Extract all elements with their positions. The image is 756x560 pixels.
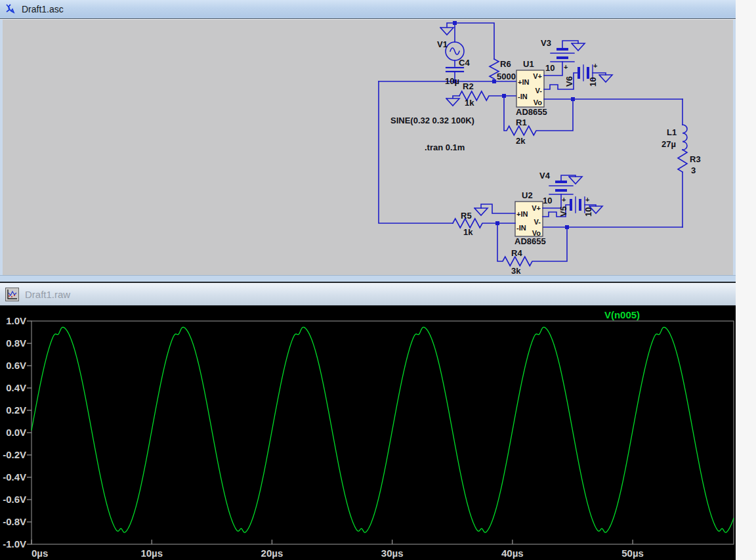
label-v3-name[interactable]: V3 [541, 38, 551, 48]
u2-pin-vminus: V- [534, 218, 541, 226]
label-r1-value[interactable]: 2k [516, 136, 526, 146]
ground-v3-icon [572, 43, 585, 51]
label-r6-name[interactable]: R6 [500, 59, 511, 69]
x-tick-label: 0µs [32, 548, 48, 559]
component-l1[interactable] [682, 99, 687, 150]
x-tick-label: 30µs [381, 548, 404, 559]
label-l1-value[interactable]: 27µ [662, 139, 676, 149]
y-tick-label: 0.6V [6, 360, 26, 371]
label-v1-name[interactable]: V1 [437, 39, 448, 49]
label-r2-value[interactable]: 1k [465, 98, 474, 108]
y-tick-label: -1.0V [3, 538, 26, 549]
x-tick-label: 20µs [261, 548, 284, 559]
u2-pin-vplus: V+ [532, 204, 541, 212]
label-v6-name[interactable]: V6 [564, 76, 574, 87]
x-axis: 0µs10µs20µs30µs40µs50µs [32, 540, 644, 559]
label-r6-value[interactable]: 5000 [497, 72, 516, 81]
label-r2-name[interactable]: R2 [463, 81, 474, 91]
ground-u2plus-icon [474, 208, 488, 215]
schematic-window: Draft1.asc [0, 0, 736, 282]
trace-vn005[interactable] [32, 327, 734, 532]
label-r3-value[interactable]: 3 [691, 165, 696, 175]
y-tick-label: -0.2V [3, 449, 26, 460]
label-r1-name[interactable]: R1 [516, 118, 527, 127]
x-tick-label: 50µs [621, 548, 644, 559]
directive-sine[interactable]: SINE(0.32 0.32 100K) [390, 116, 474, 125]
label-u2-name[interactable]: U2 [522, 190, 533, 200]
ground-v6-icon [599, 75, 612, 82]
ground-v1-icon [440, 23, 455, 35]
label-u2-part[interactable]: AD8655 [514, 236, 546, 246]
label-v5-value[interactable]: 10 [583, 207, 593, 217]
y-tick-label: 0.8V [6, 337, 26, 349]
wire-top-net[interactable] [440, 23, 494, 59]
label-c4-name[interactable]: C4 [459, 58, 470, 68]
schematic-drawing: V1 C4 10µ R2 1k R6 5000 U1 AD8655 V3 10 … [3, 20, 733, 275]
u1-pin-inminus: -IN [518, 93, 528, 100]
y-tick-label: 0.2V [6, 404, 26, 416]
ground-v4-icon [569, 177, 582, 184]
label-r5-value[interactable]: 1k [463, 227, 473, 237]
y-tick-label: 0.4V [6, 382, 26, 393]
label-v4-plus: + [562, 196, 566, 204]
u1-pin-inplus: +IN [518, 78, 529, 86]
x-tick-label: 40µs [501, 548, 524, 559]
label-v5-plus: + [585, 196, 589, 204]
component-r3[interactable] [678, 150, 687, 227]
label-v4-name[interactable]: V4 [539, 171, 551, 181]
waveform-plot-area[interactable]: V(n005) 1.0V0.8V0.6V0.4V0.2V0.0V-0.2V-0.… [0, 307, 736, 560]
u1-pin-vplus: V+ [533, 72, 542, 80]
y-tick-label: 0.0V [6, 427, 26, 438]
u2-pin-inminus: -IN [516, 224, 526, 232]
u1-pin-out: Vo [534, 98, 543, 106]
waveform-doc-icon [5, 288, 19, 301]
schematic-doc-icon [5, 3, 16, 15]
y-axis: 1.0V0.8V0.6V0.4V0.2V0.0V-0.2V-0.4V-0.6V-… [3, 315, 32, 549]
label-v5-name[interactable]: V5 [558, 206, 568, 217]
schematic-titlebar[interactable]: Draft1.asc [0, 0, 736, 19]
label-r4-name[interactable]: R4 [511, 248, 522, 258]
waveform-titlebar[interactable]: Draft1.raw [0, 282, 736, 306]
schematic-title: Draft1.asc [22, 4, 64, 14]
label-r3-name[interactable]: R3 [690, 154, 701, 164]
label-v3-plus: + [564, 63, 568, 71]
label-v6-plus: + [593, 62, 597, 70]
u1-pin-vminus: V- [536, 87, 543, 95]
y-tick-label: -0.6V [3, 494, 26, 505]
label-v6-value[interactable]: 10 [588, 77, 598, 87]
label-u1-name[interactable]: U1 [523, 59, 534, 69]
wire-input-net[interactable] [379, 81, 516, 223]
schematic-canvas[interactable]: V1 C4 10µ R2 1k R6 5000 U1 AD8655 V3 10 … [0, 20, 736, 275]
wire-u2-plus-gnd[interactable] [474, 204, 515, 215]
u2-pin-out: Vo [532, 229, 541, 237]
x-tick-label: 10µs [140, 548, 163, 559]
label-c4-value[interactable]: 10µ [445, 76, 459, 86]
plot-border [32, 321, 734, 544]
label-r4-value[interactable]: 3k [511, 266, 521, 275]
ltspice-desktop: Draft1.asc [0, 0, 756, 560]
ground-r2-icon [446, 96, 459, 106]
trace-label[interactable]: V(n005) [604, 309, 640, 320]
label-r5-name[interactable]: R5 [461, 211, 472, 221]
u2-pin-inplus: +IN [516, 210, 528, 218]
label-u1-part[interactable]: AD8655 [516, 107, 547, 117]
directive-tran[interactable]: .tran 0.1m [425, 142, 465, 152]
waveform-title: Draft1.raw [25, 289, 70, 300]
waveform-window: Draft1.raw V(n005) 1.0V0.8V0.6V0.4V0.2V0… [0, 282, 736, 560]
label-v3-value[interactable]: 10 [545, 63, 555, 73]
y-tick-label: 1.0V [6, 315, 26, 326]
y-tick-label: -0.4V [3, 471, 26, 483]
component-r2[interactable] [446, 91, 516, 106]
y-tick-label: -0.8V [3, 516, 26, 527]
label-l1-name[interactable]: L1 [667, 127, 677, 137]
trace-line[interactable] [32, 327, 734, 532]
label-v4-value[interactable]: 10 [543, 196, 552, 205]
waveform-plot: V(n005) 1.0V0.8V0.6V0.4V0.2V0.0V-0.2V-0.… [0, 307, 736, 560]
